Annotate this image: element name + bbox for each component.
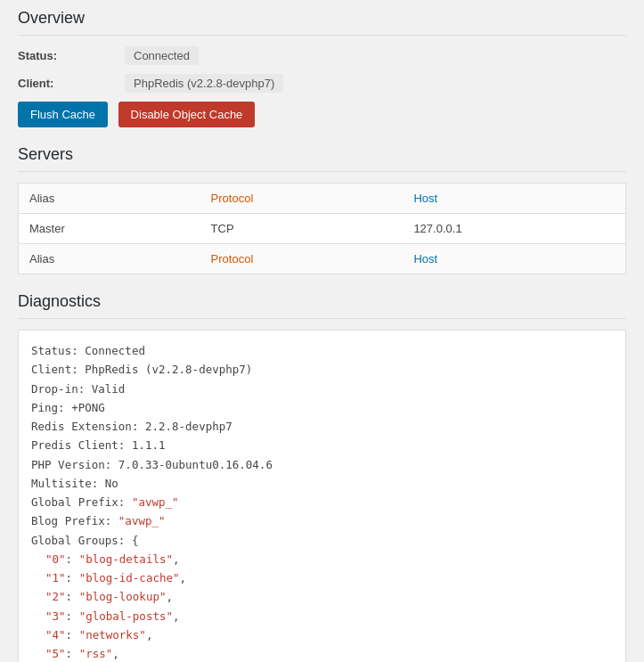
buttons-row: Flush Cache Disable Object Cache	[18, 102, 626, 127]
diag-dropin: Drop-in: Valid	[31, 380, 613, 398]
diag-group-item: "3": "global-posts",	[31, 607, 613, 625]
diag-group-item: "1": "blog-id-cache",	[31, 568, 613, 587]
overview-section: Overview Status: Connected Client: PhpRe…	[18, 9, 626, 127]
diag-blog-prefix-val: "avwp_"	[118, 514, 166, 527]
servers-header-row: Alias Protocol Host	[19, 184, 626, 214]
diag-status: Status: Connected	[31, 341, 613, 360]
diagnostics-title: Diagnostics	[18, 292, 626, 319]
server-alias: Master	[19, 214, 200, 244]
diag-ping: Ping: +PONG	[31, 398, 613, 417]
diag-group-item: "4": "networks",	[31, 625, 613, 644]
servers-title: Servers	[18, 145, 626, 172]
server-host: 127.0.0.1	[403, 214, 625, 244]
status-label: Status:	[18, 49, 125, 62]
diag-multisite: Multisite: No	[31, 474, 613, 493]
diag-php: PHP Version: 7.0.33-0ubuntu0.16.04.6	[31, 455, 613, 474]
diag-global-prefix-val: "avwp_"	[132, 495, 179, 509]
diag-group-item: "5": "rss",	[31, 644, 613, 662]
col-host-footer: Host	[403, 244, 625, 274]
servers-footer-row: Alias Protocol Host	[19, 244, 626, 274]
col-protocol-footer: Protocol	[200, 244, 404, 274]
server-protocol: TCP	[200, 214, 404, 244]
overview-title: Overview	[18, 9, 626, 36]
diag-redis-ext: Redis Extension: 2.2.8-devphp7	[31, 417, 613, 436]
diag-global-groups-label: Global Groups: {	[31, 531, 613, 550]
table-row: Master TCP 127.0.0.1	[19, 214, 626, 244]
status-value: Connected	[125, 46, 199, 65]
client-value: PhpRedis (v2.2.8-devphp7)	[125, 74, 283, 93]
disable-object-cache-button[interactable]: Disable Object Cache	[118, 102, 256, 127]
col-host-header: Host	[403, 184, 625, 214]
col-alias-header: Alias	[19, 184, 200, 214]
diagnostics-section: Diagnostics Status: Connected Client: Ph…	[18, 292, 626, 662]
servers-table: Alias Protocol Host Master TCP 127.0.0.1…	[18, 183, 626, 274]
col-alias-footer: Alias	[19, 244, 200, 274]
diag-groups-container: "0": "blog-details","1": "blog-id-cache"…	[31, 550, 613, 662]
client-row: Client: PhpRedis (v2.2.8-devphp7)	[18, 74, 626, 93]
diag-client: Client: PhpRedis (v2.2.8-devphp7)	[31, 360, 613, 379]
client-label: Client:	[18, 77, 125, 90]
diag-global-prefix-key: Global Prefix:	[31, 495, 132, 509]
diag-group-item: "2": "blog-lookup",	[31, 587, 613, 606]
diag-blog-prefix-key: Blog Prefix:	[31, 514, 118, 527]
col-protocol-header: Protocol	[200, 184, 404, 214]
status-row: Status: Connected	[18, 46, 626, 65]
diagnostics-box: Status: Connected Client: PhpRedis (v2.2…	[18, 330, 626, 662]
servers-section: Servers Alias Protocol Host Master TCP 1…	[18, 145, 626, 274]
diag-global-prefix: Global Prefix: "avwp_"	[31, 493, 613, 511]
flush-cache-button[interactable]: Flush Cache	[18, 102, 108, 127]
diag-blog-prefix: Blog Prefix: "avwp_"	[31, 511, 613, 530]
diag-group-item: "0": "blog-details",	[31, 550, 613, 568]
diag-predis: Predis Client: 1.1.1	[31, 436, 613, 454]
